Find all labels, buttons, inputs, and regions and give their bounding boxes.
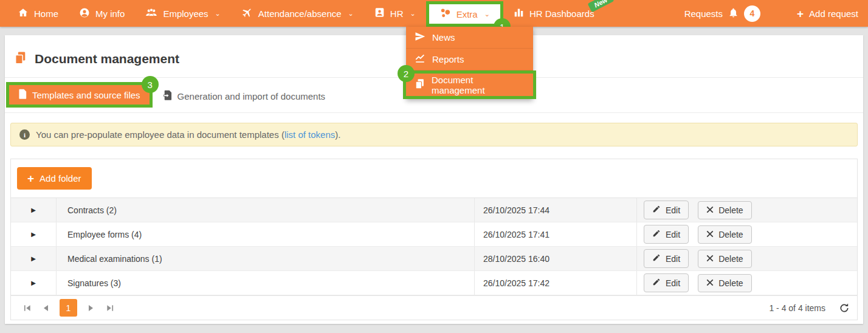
expand-toggle[interactable]: ▶	[11, 247, 57, 270]
pencil-icon	[652, 278, 661, 288]
nav-item-employees[interactable]: Employees ⌄	[135, 0, 230, 27]
edit-label: Edit	[666, 205, 680, 215]
requests-count-badge: 4	[744, 5, 760, 22]
banner-text-before: You can pre-populate employee data in do…	[36, 129, 284, 140]
tab-generation-and-import[interactable]: Generation and import of documents	[163, 90, 325, 102]
pencil-icon	[652, 253, 661, 264]
nav-item-hr[interactable]: HR ⌄	[364, 0, 426, 27]
expand-toggle[interactable]: ▶	[11, 198, 57, 222]
people-icon	[145, 7, 157, 20]
bar-chart-icon	[514, 7, 524, 19]
menu-item-label: News	[432, 32, 455, 43]
delete-button[interactable]: Delete	[698, 250, 751, 268]
annotation-step-3: 3	[142, 76, 159, 93]
nav-item-hr-dashboards[interactable]: HR Dashboards New	[503, 0, 605, 27]
banner-text-after: ).	[335, 129, 340, 140]
expand-toggle[interactable]: ▶	[11, 271, 57, 295]
nav-item-home[interactable]: Home	[7, 0, 69, 27]
tab-templates-and-source-files[interactable]: Templates and source files	[9, 85, 150, 105]
pager-first-button[interactable]	[18, 299, 36, 317]
extra-dropdown-menu: News Reports Document management 2	[406, 27, 533, 99]
menu-item-reports[interactable]: Reports	[406, 49, 533, 70]
add-request-button[interactable]: + Add request	[782, 8, 858, 19]
info-icon: i	[19, 129, 30, 140]
bell-icon	[728, 7, 739, 20]
expand-arrow-icon: ▶	[31, 231, 36, 238]
table-row: ▶ Contracts (2) 26/10/2025 17:44 Edit De…	[11, 198, 857, 222]
folder-name: Signatures (3)	[57, 271, 475, 295]
edit-button[interactable]: Edit	[644, 201, 689, 219]
paper-plane-icon	[415, 31, 425, 44]
table-row: ▶ Employee forms (4) 26/10/2025 17:41 Ed…	[11, 222, 857, 247]
delete-label: Delete	[718, 254, 743, 264]
folder-name: Contracts (2)	[57, 198, 475, 222]
pager-last-button[interactable]	[100, 299, 119, 317]
requests-label: Requests	[684, 9, 723, 19]
folder-name: Medical examinations (1)	[57, 247, 475, 270]
chevron-down-icon: ⌄	[348, 10, 354, 18]
annotation-box-extra: Extra ⌄ 1	[426, 1, 503, 27]
page-title: Document management	[35, 52, 179, 66]
chevron-down-icon: ⌄	[410, 10, 415, 18]
person-circle-icon	[79, 7, 90, 20]
requests-button[interactable]: Requests 4	[684, 5, 776, 22]
menu-item-label: Reports	[432, 54, 464, 64]
row-actions: Edit Delete	[637, 225, 857, 244]
list-of-tokens-link[interactable]: list of tokens	[284, 129, 335, 140]
pager-summary: 1 - 4 of 4 items	[769, 303, 825, 313]
nav-item-label: My info	[95, 9, 125, 19]
nav-item-label: Employees	[163, 9, 208, 19]
edit-label: Edit	[666, 230, 680, 239]
nav-item-attendance[interactable]: Attendance/absence ⌄	[231, 0, 364, 27]
top-navigation: Home My info Employees ⌄ Attendance/abse…	[0, 0, 868, 27]
file-icon	[18, 89, 27, 101]
edit-label: Edit	[666, 254, 680, 264]
expand-toggle[interactable]: ▶	[11, 222, 57, 246]
pager-previous-button[interactable]	[36, 299, 55, 317]
annotation-step-2: 2	[398, 65, 415, 82]
modified-date: 26/10/2025 17:42	[475, 271, 637, 295]
pencil-icon	[652, 205, 661, 215]
pager-next-button[interactable]	[82, 299, 100, 317]
pager-page-1[interactable]: 1	[60, 299, 77, 317]
airplane-icon	[241, 7, 253, 20]
row-actions: Edit Delete	[637, 249, 857, 268]
x-icon	[706, 254, 714, 264]
menu-item-label: Document management	[432, 75, 525, 95]
plus-icon: +	[797, 8, 804, 19]
edit-button[interactable]: Edit	[644, 273, 689, 292]
expand-arrow-icon: ▶	[31, 280, 36, 286]
x-icon	[706, 205, 714, 215]
annotation-box-templates-tab: Templates and source files 3	[6, 82, 153, 108]
modified-date: 26/10/2025 17:44	[475, 198, 637, 222]
hr-badge-icon	[374, 7, 385, 19]
delete-button[interactable]: Delete	[698, 201, 751, 219]
x-icon	[706, 230, 714, 239]
edit-button[interactable]: Edit	[644, 225, 689, 244]
x-icon	[706, 278, 714, 288]
nav-right-section: Requests 4 + Add request	[684, 5, 858, 22]
edit-button[interactable]: Edit	[644, 249, 689, 268]
menu-item-news[interactable]: News	[406, 27, 533, 49]
modified-date: 28/10/2025 16:40	[475, 247, 637, 270]
nav-item-label: HR Dashboards	[529, 9, 594, 19]
table-row: ▶ Signatures (3) 26/10/2025 17:42 Edit D…	[11, 271, 857, 295]
nav-item-label: Attendance/absence	[258, 9, 342, 19]
refresh-icon[interactable]	[839, 303, 850, 314]
add-request-label: Add request	[809, 9, 858, 19]
tab-label: Templates and source files	[32, 90, 140, 100]
delete-button[interactable]: Delete	[698, 274, 751, 292]
pencil-icon	[652, 229, 661, 239]
banner-text: You can pre-populate employee data in do…	[36, 129, 340, 140]
nav-item-label: Home	[34, 9, 58, 19]
delete-button[interactable]: Delete	[698, 225, 751, 244]
table-row: ▶ Medical examinations (1) 28/10/2025 16…	[11, 247, 857, 271]
add-folder-button[interactable]: + Add folder	[17, 167, 92, 190]
nav-item-extra[interactable]: Extra ⌄	[429, 4, 500, 24]
menu-item-document-management[interactable]: Document management	[406, 74, 533, 96]
cluster-icon	[439, 7, 451, 21]
nav-item-my-info[interactable]: My info	[69, 0, 135, 27]
home-icon	[18, 7, 29, 20]
folders-grid: + Add folder ▶ Contracts (2) 26/10/2025 …	[10, 159, 858, 320]
info-banner: i You can pre-populate employee data in …	[10, 123, 858, 146]
